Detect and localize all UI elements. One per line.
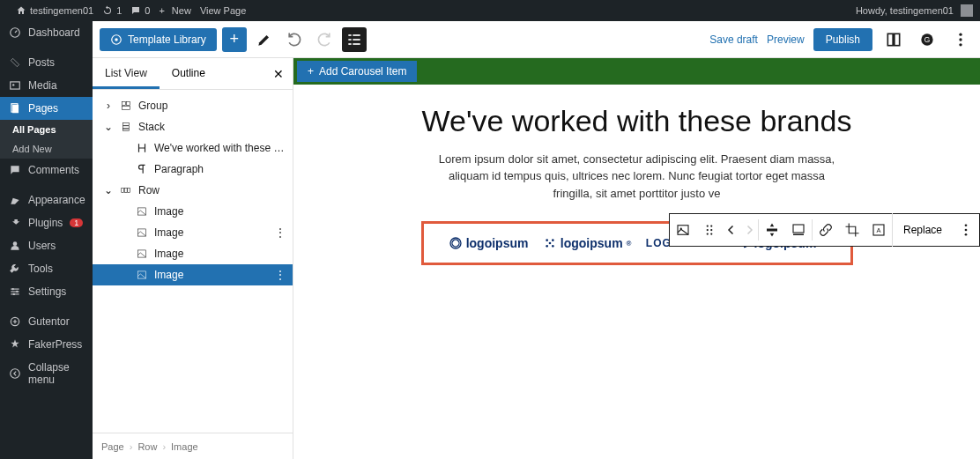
svg-text:A: A: [876, 226, 880, 234]
gutentor-settings-icon[interactable]: G: [915, 27, 939, 52]
tree-item-image-2[interactable]: Image⋮: [93, 222, 293, 243]
svg-point-16: [115, 38, 118, 41]
svg-point-66: [965, 233, 968, 236]
breadcrumb-row[interactable]: Row: [137, 441, 157, 452]
svg-point-28: [959, 38, 961, 41]
close-panel-button[interactable]: ✕: [273, 67, 284, 81]
tree-item-row[interactable]: ⌄Row: [93, 180, 293, 201]
preview-button[interactable]: Preview: [767, 33, 805, 46]
logo-2[interactable]: logoipsum®: [543, 236, 632, 250]
tree-item-stack[interactable]: ⌄Stack: [93, 116, 293, 137]
list-view-toggle[interactable]: [342, 27, 367, 52]
tab-list-view[interactable]: List View: [93, 58, 160, 89]
publish-button[interactable]: Publish: [813, 28, 872, 51]
sidebar-item-posts[interactable]: Posts: [0, 51, 93, 74]
editor-toolbar: Template Library + Save draft Preview Pu…: [93, 21, 980, 58]
svg-rect-5: [12, 105, 19, 113]
drag-handle-icon[interactable]: [696, 213, 723, 247]
sidebar-item-appearance[interactable]: Appearance: [0, 189, 93, 211]
updates-count[interactable]: 1: [102, 5, 122, 16]
crop-button[interactable]: [839, 213, 865, 247]
text-overlay-button[interactable]: A: [865, 213, 892, 247]
svg-point-59: [710, 233, 712, 234]
svg-rect-37: [124, 189, 127, 193]
tree-item-image-3[interactable]: Image: [93, 243, 293, 264]
svg-point-29: [959, 43, 961, 46]
sidebar-item-gutentor[interactable]: Gutentor: [0, 310, 93, 333]
breadcrumb-image[interactable]: Image: [171, 441, 198, 452]
breadcrumb: Page› Row› Image: [93, 433, 293, 459]
sidebar-item-plugins[interactable]: Plugins1: [0, 211, 93, 234]
svg-rect-35: [123, 129, 130, 130]
redo-button[interactable]: [312, 27, 337, 52]
undo-button[interactable]: [282, 27, 307, 52]
logo-1[interactable]: logoipsum: [449, 236, 529, 250]
tree-item-image-4[interactable]: Image⋮: [93, 264, 293, 285]
tree-item-heading[interactable]: We've worked with these brands: [93, 137, 293, 159]
svg-point-27: [959, 33, 961, 35]
sidebar-item-pages[interactable]: Pages: [0, 97, 93, 120]
sidebar-collapse[interactable]: Collapse menu: [0, 356, 93, 391]
svg-rect-20: [353, 34, 360, 36]
sidebar-item-fakerpress[interactable]: FakerPress: [0, 333, 93, 356]
sidebar-item-users[interactable]: Users: [0, 234, 93, 257]
caption-button[interactable]: [785, 213, 812, 247]
sidebar-item-comments[interactable]: Comments: [0, 159, 93, 181]
editor: Template Library + Save draft Preview Pu…: [93, 21, 980, 459]
svg-rect-60: [793, 225, 804, 233]
breadcrumb-page[interactable]: Page: [101, 441, 124, 452]
sidebar-item-dashboard[interactable]: Dashboard: [0, 21, 93, 44]
block-more-options[interactable]: [953, 213, 979, 247]
carousel-block-bar: +Add Carousel Item: [293, 58, 980, 85]
link-button[interactable]: [813, 213, 839, 247]
tree-item-paragraph[interactable]: Paragraph: [93, 159, 293, 180]
tree-item-image-1[interactable]: Image: [93, 201, 293, 222]
avatar[interactable]: [961, 4, 973, 17]
page-paragraph[interactable]: Lorem ipsum dolor sit amet, consectetur …: [434, 151, 840, 203]
page-heading[interactable]: We've worked with these brands: [346, 102, 927, 140]
block-toolbar: A Replace: [669, 213, 980, 247]
new-item[interactable]: +New: [159, 5, 190, 16]
sidebar-settings-toggle[interactable]: [881, 27, 906, 52]
site-home[interactable]: testingemen01: [16, 5, 93, 16]
sidebar-item-media[interactable]: Media: [0, 74, 93, 97]
move-left-button[interactable]: [723, 213, 740, 247]
replace-button[interactable]: Replace: [892, 213, 953, 247]
svg-rect-38: [128, 189, 130, 193]
tab-outline[interactable]: Outline: [160, 58, 218, 89]
sidebar-item-settings[interactable]: Settings: [0, 280, 93, 303]
svg-text:G: G: [924, 35, 930, 44]
comments-count[interactable]: 0: [130, 5, 150, 16]
view-page[interactable]: View Page: [200, 5, 246, 16]
svg-point-47: [552, 245, 554, 248]
howdy-user[interactable]: Howdy, testingemen01: [856, 5, 954, 16]
svg-point-44: [546, 239, 548, 241]
svg-rect-2: [11, 82, 20, 89]
sidebar-sub-add-new[interactable]: Add New: [0, 139, 93, 159]
tree-item-more-icon[interactable]: ⋮: [275, 226, 286, 239]
align-button[interactable]: [759, 213, 785, 247]
svg-rect-36: [122, 189, 124, 193]
svg-rect-32: [122, 107, 130, 110]
list-view-panel: List View Outline ✕ ›Group ⌄Stack We've …: [93, 58, 293, 459]
svg-rect-30: [122, 101, 125, 105]
template-library-button[interactable]: Template Library: [100, 28, 217, 51]
tree-item-group[interactable]: ›Group: [93, 95, 293, 116]
add-carousel-item-button[interactable]: +Add Carousel Item: [297, 61, 417, 82]
block-type-image-icon[interactable]: [670, 213, 696, 247]
svg-point-6: [13, 241, 18, 246]
edit-mode-button[interactable]: [252, 27, 277, 52]
add-block-button[interactable]: +: [222, 27, 247, 52]
svg-rect-21: [353, 39, 360, 41]
svg-point-14: [11, 369, 20, 379]
sidebar-item-tools[interactable]: Tools: [0, 257, 93, 280]
tree-item-more-icon[interactable]: ⋮: [275, 269, 286, 281]
svg-rect-24: [895, 33, 900, 45]
sidebar-sub-all-pages[interactable]: All Pages: [0, 120, 93, 139]
svg-point-45: [552, 239, 554, 241]
more-options-button[interactable]: [948, 27, 973, 52]
svg-rect-34: [123, 126, 130, 129]
move-right-button[interactable]: [740, 213, 758, 247]
save-draft-button[interactable]: Save draft: [709, 33, 758, 46]
editor-canvas[interactable]: +Add Carousel Item We've worked with the…: [293, 58, 980, 459]
